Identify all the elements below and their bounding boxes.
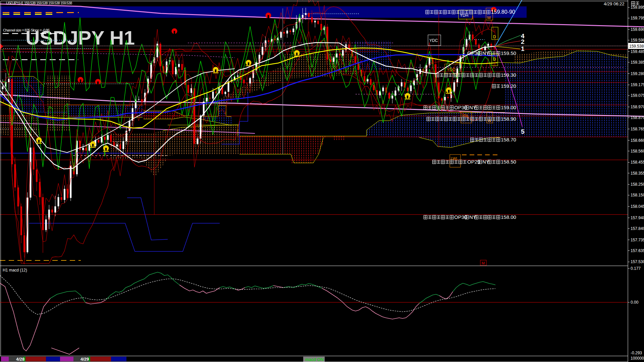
svg-text:M: M [482,261,485,265]
svg-text:2: 2 [521,38,525,45]
svg-text:159.385: 159.385 [631,60,644,65]
svg-text:158.355: 158.355 [631,171,644,176]
svg-text:158.50: 158.50 [501,159,516,165]
svg-text:158.90: 158.90 [501,116,516,122]
svg-text:100000: 100000 [631,356,644,361]
svg-text:-0.293: -0.293 [631,351,642,355]
svg-text:157.735: 157.735 [631,238,644,242]
svg-text:158.660: 158.660 [631,138,644,143]
svg-text:H1 macd (12): H1 macd (12) [3,268,27,273]
svg-text:158.250: 158.250 [631,182,644,187]
svg-text:159.30: 159.30 [501,72,516,78]
svg-text:157.635: 157.635 [631,248,644,253]
svg-text:0.177: 0.177 [631,266,641,271]
svg-text:158.045: 158.045 [631,204,644,209]
svg-text:Channel size = 835 Slope = -0.: Channel size = 835 Slope = -0.86 [3,28,50,32]
svg-text:159.485: 159.485 [631,49,644,54]
svg-text:YDC: YDC [429,38,438,43]
svg-text:159.075: 159.075 [631,93,644,98]
svg-text:YDO: YDO [447,67,455,72]
svg-text:W: W [487,15,491,20]
svg-text:158.870: 158.870 [631,115,644,120]
svg-text:159.50: 159.50 [501,50,516,56]
svg-text:D: D [493,57,496,62]
svg-text:159.20: 159.20 [501,83,516,89]
svg-text:157.840: 157.840 [631,226,644,231]
svg-text:158.70: 158.70 [501,137,516,142]
svg-text:1: 1 [521,45,525,52]
svg-text:157.940: 157.940 [631,216,644,220]
svg-text:158.00: 158.00 [501,214,516,220]
svg-text:159.80-90: 159.80-90 [491,9,515,15]
svg-text:158.560: 158.560 [631,149,644,154]
svg-text:158.970: 158.970 [631,105,644,109]
svg-text:159.690: 159.690 [631,27,644,32]
svg-text:4/29: 4/29 [80,357,89,362]
svg-text:159.175: 159.175 [631,82,644,87]
svg-text:macd ON: macd ON [305,357,324,362]
svg-text:5: 5 [521,128,525,135]
svg-text:159.590: 159.590 [631,38,644,43]
svg-text:159.280: 159.280 [631,71,644,76]
svg-text:USDJPY,H1 159.538 159.538 159: USDJPY,H1 159.538 159.538 159.538 159.53… [6,1,72,5]
svg-text:D: D [493,35,496,39]
svg-text:157.530: 157.530 [631,259,644,264]
svg-text:0.00: 0.00 [631,300,639,305]
svg-text:159.895: 159.895 [631,5,644,10]
svg-text:159.538: 159.538 [629,44,644,49]
svg-text:158.150: 158.150 [631,193,644,197]
svg-text:4/28: 4/28 [16,357,24,362]
svg-text:159.795: 159.795 [631,16,644,20]
svg-text:4/29 06:22: 4/29 06:22 [604,1,624,6]
svg-text:158.455: 158.455 [631,160,644,165]
svg-text:159.00: 159.00 [501,105,516,110]
svg-text:158.765: 158.765 [631,127,644,131]
